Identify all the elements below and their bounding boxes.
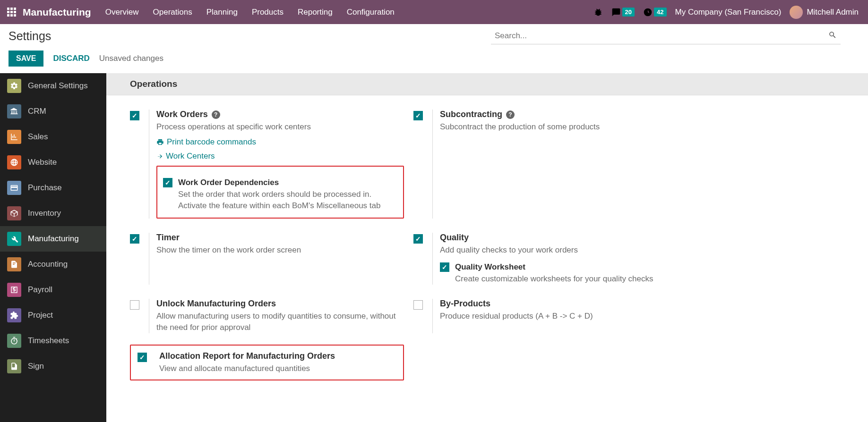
chart-icon [7, 130, 21, 144]
activities-icon[interactable]: 42 [643, 8, 666, 17]
app-brand[interactable]: Manufacturing [23, 7, 91, 18]
gear-icon [7, 79, 21, 93]
checkbox-work-orders[interactable] [130, 111, 139, 120]
checkbox-byproducts[interactable] [413, 300, 423, 310]
sidebar-label: Timesheets [28, 336, 69, 346]
sidebar-label: General Settings [28, 81, 88, 91]
sidebar-label: Payroll [28, 285, 52, 295]
arrow-right-icon [156, 153, 163, 160]
bug-icon[interactable] [593, 8, 603, 17]
messages-badge: 20 [622, 8, 635, 17]
setting-work-orders: Work Orders? Process operations at speci… [125, 105, 409, 228]
setting-title: Subcontracting [440, 110, 502, 119]
checkbox-quality[interactable] [413, 234, 423, 244]
discard-button[interactable]: DISCARD [53, 54, 89, 63]
divider [149, 233, 149, 285]
action-row: SAVE DISCARD Unsaved changes [0, 48, 868, 73]
company-switcher[interactable]: My Company (San Francisco) [675, 8, 782, 17]
sidebar-item-crm[interactable]: CRM [0, 99, 106, 124]
setting-title: Allocation Report for Manufacturing Orde… [159, 351, 335, 361]
nav-reporting[interactable]: Reporting [298, 8, 333, 17]
nav-menu: Overview Operations Planning Products Re… [105, 8, 593, 17]
sidebar-item-sign[interactable]: Sign [0, 354, 106, 379]
sidebar-label: CRM [28, 107, 46, 116]
sub-desc: Create customizable worksheets for your … [455, 273, 688, 285]
sidebar-item-manufacturing[interactable]: Manufacturing [0, 226, 106, 252]
sidebar-item-inventory[interactable]: Inventory [0, 201, 106, 226]
link-work-centers[interactable]: Work Centers [156, 152, 404, 161]
setting-desc: Subcontract the production of some produ… [440, 121, 688, 133]
setting-title: Work Orders [156, 110, 208, 119]
sidebar-label: Project [28, 311, 53, 320]
user-name: Mitchell Admin [807, 8, 859, 17]
card-icon [7, 181, 21, 195]
setting-desc: Show the timer on the work order screen [156, 245, 404, 256]
search-input[interactable] [495, 31, 828, 41]
content: Operations Work Orders? Process operatio… [106, 73, 868, 422]
sidebar-label: Sign [28, 362, 44, 371]
sidebar-label: Accounting [28, 260, 68, 269]
highlight-allocation: Allocation Report for Manufacturing Orde… [130, 345, 404, 381]
divider [149, 299, 149, 333]
handshake-icon [7, 104, 21, 118]
setting-quality: Quality Add quality checks to your work … [409, 228, 692, 294]
divider [432, 110, 433, 219]
sidebar-item-sales[interactable]: Sales [0, 124, 106, 150]
money-icon [7, 283, 21, 297]
page-title: Settings [9, 29, 491, 43]
sidebar-item-purchase[interactable]: Purchase [0, 175, 106, 201]
nav-planning[interactable]: Planning [206, 8, 238, 17]
checkbox-subcontracting[interactable] [413, 111, 423, 120]
header-row: Settings [0, 24, 868, 48]
sidebar-label: Manufacturing [28, 234, 79, 244]
save-button[interactable]: SAVE [9, 51, 43, 67]
setting-desc: Allow manufacturing users to modify quan… [156, 311, 404, 333]
top-nav: Manufacturing Overview Operations Planni… [0, 0, 868, 24]
settings-sidebar: General Settings CRM Sales Website Purch… [0, 73, 106, 422]
nav-configuration[interactable]: Configuration [347, 8, 395, 17]
invoice-icon [7, 257, 21, 271]
user-menu[interactable]: Mitchell Admin [790, 6, 859, 19]
search-icon[interactable] [828, 31, 837, 41]
sidebar-label: Sales [28, 132, 48, 142]
setting-desc: Produce residual products (A + B -> C + … [440, 311, 688, 322]
help-icon[interactable]: ? [212, 110, 220, 119]
puzzle-icon [7, 308, 21, 322]
sidebar-item-payroll[interactable]: Payroll [0, 277, 106, 303]
nav-right: 20 42 My Company (San Francisco) Mitchel… [593, 6, 863, 19]
messages-icon[interactable]: 20 [611, 8, 635, 17]
checkbox-wod[interactable] [163, 178, 172, 187]
setting-desc: Process operations at specific work cent… [156, 121, 404, 133]
checkbox-timer[interactable] [130, 234, 139, 244]
nav-overview[interactable]: Overview [105, 8, 139, 17]
sidebar-item-website[interactable]: Website [0, 150, 106, 175]
sidebar-item-general[interactable]: General Settings [0, 73, 106, 99]
globe-icon [7, 155, 21, 169]
help-icon[interactable]: ? [506, 110, 515, 119]
setting-byproducts: By-Products Produce residual products (A… [409, 294, 692, 343]
search-box[interactable] [491, 27, 841, 44]
sub-title: Quality Worksheet [455, 262, 688, 272]
sub-title: Work Order Dependencies [178, 178, 397, 187]
checkbox-allocation[interactable] [138, 353, 147, 362]
nav-products[interactable]: Products [252, 8, 284, 17]
divider [432, 233, 433, 285]
stopwatch-icon [7, 334, 21, 348]
setting-desc: Add quality checks to your work orders [440, 245, 688, 256]
activities-badge: 42 [654, 8, 666, 17]
checkbox-quality-ws[interactable] [440, 262, 449, 272]
sidebar-item-accounting[interactable]: Accounting [0, 252, 106, 277]
sub-desc: Set the order that work orders should be… [178, 189, 397, 211]
sidebar-item-project[interactable]: Project [0, 303, 106, 328]
link-print-barcode[interactable]: Print barcode commands [156, 137, 404, 147]
nav-operations[interactable]: Operations [153, 8, 192, 17]
print-icon [156, 138, 164, 146]
apps-icon[interactable] [5, 6, 18, 19]
divider [432, 299, 433, 333]
sidebar-item-timesheets[interactable]: Timesheets [0, 328, 106, 354]
setting-desc: View and allocate manufactured quantitie… [159, 363, 396, 374]
section-header: Operations [106, 73, 868, 95]
checkbox-unlock[interactable] [130, 300, 139, 310]
setting-allocation: Allocation Report for Manufacturing Orde… [125, 340, 409, 390]
box-icon [7, 206, 21, 220]
